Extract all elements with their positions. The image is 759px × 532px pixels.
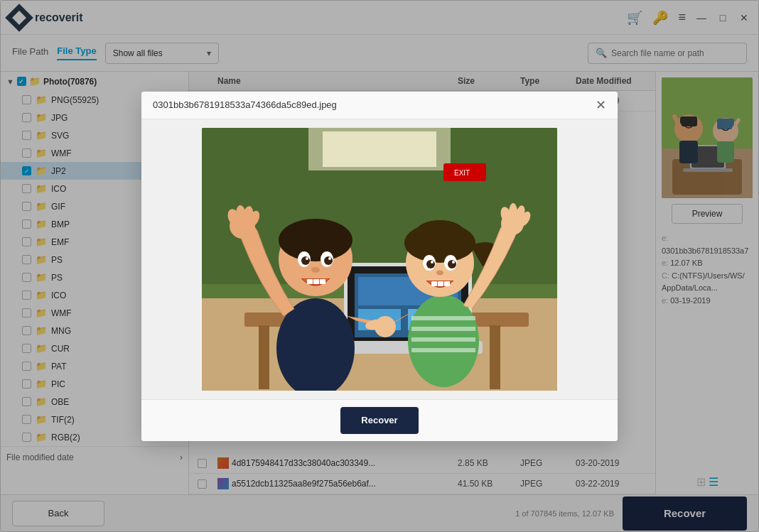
recover-button-modal[interactable]: Recover (340, 407, 419, 434)
preview-modal: 0301bb3b6781918533a74366da5c89ed.jpeg ✕ … (141, 92, 618, 441)
svg-point-63 (452, 261, 455, 264)
svg-rect-22 (259, 325, 269, 389)
modal-close-button[interactable]: ✕ (596, 99, 606, 112)
modal-title: 0301bb3b6781918533a74366da5c89ed.jpeg (153, 99, 337, 110)
svg-rect-42 (313, 279, 319, 284)
modal-overlay: 0301bb3b6781918533a74366da5c89ed.jpeg ✕ … (0, 0, 759, 532)
svg-rect-66 (438, 281, 443, 286)
svg-point-38 (306, 257, 308, 260)
svg-rect-53 (411, 337, 475, 342)
svg-point-61 (448, 260, 456, 268)
svg-rect-43 (320, 279, 325, 284)
svg-point-60 (426, 260, 435, 268)
svg-point-62 (431, 261, 434, 264)
svg-rect-54 (411, 348, 475, 352)
modal-header: 0301bb3b6781918533a74366da5c89ed.jpeg ✕ (141, 92, 618, 119)
svg-point-64 (436, 270, 443, 275)
svg-point-39 (328, 257, 331, 260)
svg-point-37 (324, 256, 333, 265)
modal-body: EXIT (141, 119, 618, 399)
modal-image: EXIT (202, 128, 557, 391)
svg-rect-41 (307, 279, 313, 284)
svg-rect-65 (431, 281, 437, 286)
svg-point-36 (301, 256, 310, 265)
modal-footer: Recover (141, 399, 618, 441)
svg-rect-67 (444, 281, 450, 286)
kids-photo-svg: EXIT (202, 128, 557, 391)
svg-rect-17 (323, 131, 436, 167)
svg-point-57 (415, 220, 465, 246)
svg-point-40 (311, 267, 320, 273)
svg-rect-52 (411, 327, 475, 331)
svg-rect-51 (411, 316, 475, 320)
svg-point-33 (279, 219, 352, 261)
svg-rect-23 (490, 325, 500, 389)
svg-text:EXIT: EXIT (454, 169, 470, 177)
